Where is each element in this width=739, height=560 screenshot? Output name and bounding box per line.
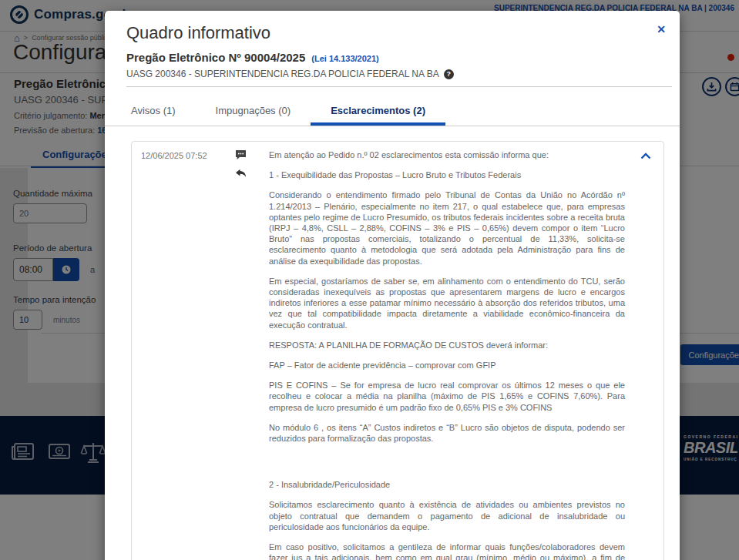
message-paragraph: 2 - Insalubridade/Periculosidade bbox=[269, 479, 625, 490]
quadro-informativo-modal: Quadro informativo ✕ Pregão Eletrônico N… bbox=[105, 11, 680, 560]
modal-title: Quadro informativo bbox=[126, 23, 270, 42]
help-question-icon[interactable]: ? bbox=[444, 69, 454, 79]
message-paragraph: FAP – Fator de acidente previdência – co… bbox=[269, 360, 625, 371]
clarification-message-card: 12/06/2025 07:52 Em atenção ao Pedido n.… bbox=[131, 141, 664, 560]
message-paragraph: Considerando o entendimento firmado pelo… bbox=[269, 189, 625, 266]
message-datetime: 12/06/2025 07:52 bbox=[141, 149, 224, 560]
message-paragraph: No módulo 6 , os itens “A” Custos indire… bbox=[269, 422, 625, 444]
collapse-chevron-up-icon[interactable] bbox=[626, 149, 659, 560]
message-paragraph: 1 - Exequibilidade das Propostas – Lucro… bbox=[269, 169, 625, 180]
message-paragraph: Em especial, gostaríamos de saber se, em… bbox=[269, 276, 625, 330]
reply-icon bbox=[235, 169, 247, 179]
message-paragraph: PIS E COFINS – Se for empresa de lucro r… bbox=[269, 380, 625, 413]
comment-icon bbox=[235, 149, 247, 160]
message-paragraph: RESPOSTA: A PLANILHA DE FORMAÇÃO DE CUST… bbox=[269, 340, 625, 350]
message-body: Em atenção ao Pedido n.º 02 esclarecimen… bbox=[269, 149, 626, 560]
close-icon[interactable]: ✕ bbox=[653, 20, 669, 39]
modal-tab[interactable]: Avisos (1) bbox=[111, 97, 196, 126]
modal-tab[interactable]: Impugnações (0) bbox=[196, 97, 311, 126]
message-paragraph: Em caso positivo, solicitamos a gentilez… bbox=[269, 542, 625, 560]
modal-tab[interactable]: Esclarecimentos (2) bbox=[311, 97, 445, 126]
modal-tabbar: Avisos (1) Impugnações (0) Esclareciment… bbox=[105, 97, 680, 126]
law-reference-link[interactable]: (Lei 14.133/2021) bbox=[311, 54, 378, 63]
message-paragraph: Solicitamos esclarecimento quanto à exis… bbox=[269, 499, 625, 532]
modal-divider bbox=[126, 86, 672, 87]
message-paragraph: Em atenção ao Pedido n.º 02 esclarecimen… bbox=[269, 149, 625, 160]
modal-uasg-label: UASG 200346 - SUPERINTENDENCIA REG.DA PO… bbox=[126, 69, 439, 79]
modal-subtitle: Pregão Eletrônico Nº 90004/2025 bbox=[126, 51, 305, 64]
